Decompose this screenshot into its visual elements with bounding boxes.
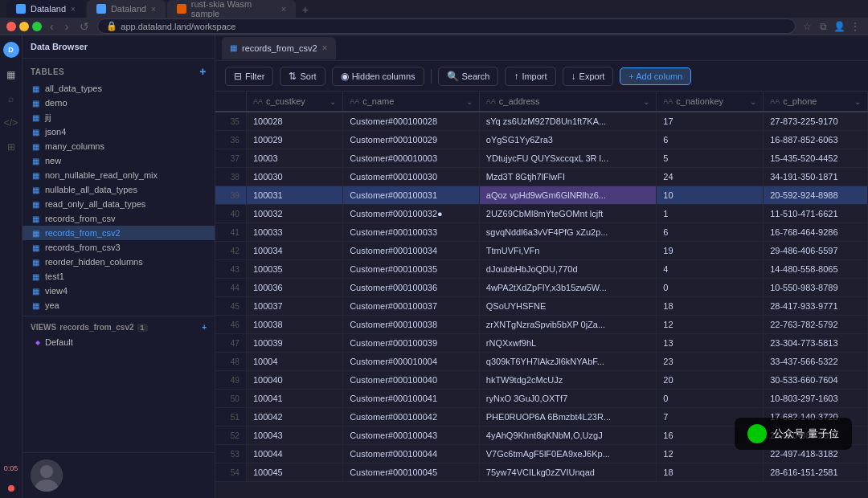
cell-c_name[interactable]: Customer#000100035 — [343, 260, 480, 279]
cell-c_phone[interactable]: 28-417-933-9771 — [764, 297, 868, 316]
cell-c_phone[interactable]: 16-768-464-9286 — [764, 223, 868, 242]
view-item-default[interactable]: ◆ Default — [23, 335, 215, 349]
cell-c_phone[interactable]: 16-887-852-6063 — [764, 131, 868, 149]
cell-c_nationkey[interactable]: 6 — [657, 223, 764, 242]
table-row[interactable]: 45100037Customer#000100037QSoUYHSFNE1828… — [215, 297, 868, 316]
cell-c_phone[interactable]: 34-191-350-1871 — [764, 168, 868, 186]
cell-c_custkey[interactable]: 100032 — [246, 205, 342, 223]
cell-c_name[interactable]: Customer#000100034 — [343, 242, 480, 260]
table-row[interactable]: 49100040Customer#000100040hkTW9tdg2cMcUJ… — [215, 371, 868, 390]
maximize-window-btn[interactable] — [32, 22, 42, 31]
cell-c_phone[interactable]: 33-437-566-5322 — [764, 353, 868, 371]
cell-c_address[interactable]: QSoUYHSFNE — [479, 297, 657, 316]
cell-c_custkey[interactable]: 100044 — [246, 445, 342, 463]
cell-c_nationkey[interactable]: 13 — [657, 334, 764, 353]
filter-button[interactable]: ⊟ Filter — [225, 67, 273, 86]
col-header-phone[interactable]: AA c_phone ⌄ — [764, 92, 868, 112]
cell-c_nationkey[interactable]: 5 — [657, 149, 764, 168]
table-item-json4[interactable]: ▦ json4 — [23, 124, 215, 139]
cell-c_custkey[interactable]: 100041 — [246, 390, 342, 408]
cell-c_custkey[interactable]: 10004 — [246, 353, 342, 371]
sort-button[interactable]: ⇅ Sort — [280, 67, 325, 86]
cell-c_phone[interactable]: 23-304-773-5813 — [764, 334, 868, 353]
cell-c_name[interactable]: Customer#000100043 — [343, 427, 480, 445]
cell-c_name[interactable]: Customer#000100032● — [343, 205, 480, 223]
table-row[interactable]: 40100032Customer#000100032●2UZ69CbMl8mYt… — [215, 205, 868, 223]
cell-c_nationkey[interactable]: 10 — [657, 186, 764, 205]
cell-c_phone[interactable]: 10-550-983-8789 — [764, 279, 868, 297]
cell-c_name[interactable]: Customer#000100036 — [343, 279, 480, 297]
cell-c_address[interactable]: rNQXxwf9hL — [479, 334, 657, 353]
sidebar-icon-code[interactable]: </> — [4, 116, 18, 130]
cell-c_address[interactable]: 4yAhQ9Khnt8qKNbM,O,UzgJ — [479, 427, 657, 445]
cell-c_name[interactable]: Customer#000100045 — [343, 463, 480, 482]
cell-c_name[interactable]: Customer#000100033 — [343, 223, 480, 242]
table-item-nullable[interactable]: ▦ nullable_all_data_types — [23, 182, 215, 197]
search-button[interactable]: 🔍 Search — [438, 67, 499, 86]
table-item-reorder[interactable]: ▦ reorder_hidden_columns — [23, 255, 215, 269]
cell-c_phone[interactable]: 22-763-782-5792 — [764, 316, 868, 334]
cell-c_name[interactable]: Customer#000100030 — [343, 168, 480, 186]
forward-button[interactable]: › — [62, 18, 72, 35]
cell-c_nationkey[interactable]: 20 — [657, 371, 764, 390]
table-item-records_from_csv2[interactable]: ▦ records_from_csv2 — [23, 226, 215, 240]
cell-c_custkey[interactable]: 100042 — [246, 408, 342, 427]
table-row[interactable]: 54100045Customer#00010004575yw74VCILkg0z… — [215, 463, 868, 482]
cell-c_address[interactable]: V7Gc6tmAgF5lF0EA9xeJ6Kp... — [479, 445, 657, 463]
cell-c_nationkey[interactable]: 1 — [657, 205, 764, 223]
cell-c_name[interactable]: Customer#000100029 — [343, 131, 480, 149]
extensions-icon[interactable]: ⧉ — [817, 20, 829, 33]
cell-c_address[interactable]: 2UZ69CbMl8mYteGOMnt lcjft — [479, 205, 657, 223]
cell-c_nationkey[interactable]: 18 — [657, 463, 764, 482]
cell-c_address[interactable]: TtmUVFi,VFn — [479, 242, 657, 260]
cell-c_phone[interactable]: 28-616-151-2581 — [764, 463, 868, 482]
cell-c_name[interactable]: Customer#000100038 — [343, 316, 480, 334]
table-row[interactable]: 39100031Customer#000100031aQoz vpHd9wGm6… — [215, 186, 868, 205]
cell-c_custkey[interactable]: 100035 — [246, 260, 342, 279]
cell-c_address[interactable]: aQoz vpHd9wGm6GlNRlhz6... — [479, 186, 657, 205]
cell-c_name[interactable]: Customer#000100041 — [343, 390, 480, 408]
content-tab-close[interactable]: × — [322, 43, 328, 54]
table-item-read_only[interactable]: ▦ read_only_all_data_types — [23, 197, 215, 211]
table-row[interactable]: 44100036Customer#0001000364wPA2tXdZpFlY,… — [215, 279, 868, 297]
cell-c_nationkey[interactable]: 4 — [657, 260, 764, 279]
account-icon[interactable]: 👤 — [833, 20, 845, 33]
cell-c_address[interactable]: dJoubbHbJoQDU,770d — [479, 260, 657, 279]
table-item-records_from_csv[interactable]: ▦ records_from_csv — [23, 211, 215, 226]
cell-c_name[interactable]: Customer#000100040 — [343, 371, 480, 390]
table-item-jij[interactable]: ▦ jij — [23, 110, 215, 124]
cell-c_custkey[interactable]: 100043 — [246, 427, 342, 445]
col-header-custkey[interactable]: AA c_custkey ⌄ — [246, 92, 342, 112]
menu-icon[interactable]: ⋮ — [849, 20, 862, 33]
cell-c_custkey[interactable]: 10003 — [246, 149, 342, 168]
cell-c_address[interactable]: YDtujycFU QUYSxccqxL 3R l... — [479, 149, 657, 168]
cell-c_nationkey[interactable]: 0 — [657, 390, 764, 408]
cell-c_custkey[interactable]: 100034 — [246, 242, 342, 260]
cell-c_address[interactable]: PHE0RUOP6A 6Bmzbt4L23R... — [479, 408, 657, 427]
cell-c_nationkey[interactable]: 24 — [657, 168, 764, 186]
table-item-demo[interactable]: ▦ demo — [23, 96, 215, 110]
cell-c_address[interactable]: 4wPA2tXdZpFlY,x3b15zw5W... — [479, 279, 657, 297]
cell-c_address[interactable]: sYq zs6UzM927D8Un1ft7KA... — [479, 112, 657, 131]
cell-c_name[interactable]: Customer#000010003 — [343, 149, 480, 168]
star-icon[interactable]: ☆ — [800, 20, 813, 33]
minimize-window-btn[interactable] — [19, 22, 29, 31]
add-table-button[interactable]: + — [199, 65, 207, 78]
cell-c_name[interactable]: Customer#000010004 — [343, 353, 480, 371]
cell-c_phone[interactable]: 30-533-660-7604 — [764, 371, 868, 390]
cell-c_nationkey[interactable]: 12 — [657, 316, 764, 334]
cell-c_custkey[interactable]: 100030 — [246, 168, 342, 186]
col-header-name[interactable]: AA c_name ⌄ — [343, 92, 480, 112]
table-item-records_from_csv3[interactable]: ▦ records_from_csv3 — [23, 240, 215, 255]
cell-c_phone[interactable]: 14-480-558-8065 — [764, 260, 868, 279]
back-button[interactable]: ‹ — [47, 18, 57, 35]
cell-c_custkey[interactable]: 100028 — [246, 112, 342, 131]
cell-c_custkey[interactable]: 100036 — [246, 279, 342, 297]
sidebar-icon-database[interactable]: ▦ — [4, 67, 18, 82]
cell-c_phone[interactable]: 20-592-924-8988 — [764, 186, 868, 205]
table-row[interactable]: 35100028Customer#000100028sYq zs6UzM927D… — [215, 112, 868, 131]
col-sort-nationkey[interactable]: ⌄ — [750, 97, 756, 106]
cell-c_phone[interactable]: 11-510-471-6621 — [764, 205, 868, 223]
cell-c_nationkey[interactable]: 23 — [657, 353, 764, 371]
cell-c_custkey[interactable]: 100045 — [246, 463, 342, 482]
